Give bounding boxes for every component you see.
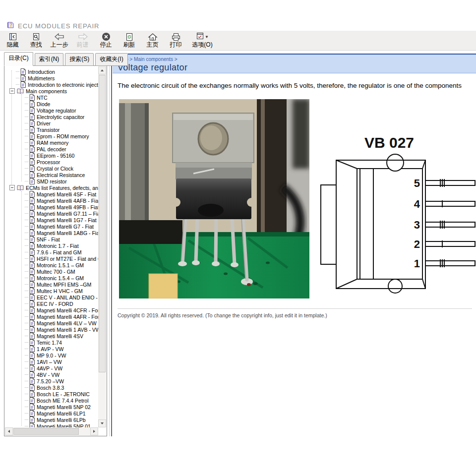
tree-page-item[interactable]: RAM memory xyxy=(5,139,98,146)
tree-item-label: HSFI or MT27E - Fiat and GM xyxy=(37,256,98,262)
tree-book-item[interactable]: Main components xyxy=(5,88,98,94)
tree-page-item[interactable]: Magneti Marelli 4AFB - Fiat xyxy=(5,197,98,204)
expander-minus-icon[interactable] xyxy=(9,185,15,190)
tree-page-item[interactable]: 5NF - Fiat xyxy=(5,236,98,242)
vb027-pinout-diagram: VB 027 5 4 3 2 1 xyxy=(320,124,476,302)
scroll-down-button[interactable] xyxy=(98,419,106,427)
tree-page-item[interactable]: Multec MPFI EMS –GM xyxy=(5,281,98,288)
tree-page-item[interactable]: Magneti Marelli G7.11 – Fiat xyxy=(5,210,98,217)
tree-page-item[interactable]: Introduction xyxy=(5,68,98,75)
scroll-up-button[interactable] xyxy=(98,66,106,74)
tree-page-item[interactable]: Magneti Marelli 4SF - Fiat xyxy=(5,191,98,197)
options-button[interactable]: ▼ 选项(O) xyxy=(187,31,217,50)
tree-page-item[interactable]: Magneti Marelli 49FB - Fiat xyxy=(5,204,98,210)
tree-page-item[interactable]: Multec H VHC - GM xyxy=(5,288,98,294)
tree-page-item[interactable]: Bosch 3.8.3 xyxy=(5,384,98,391)
voltage-regulator-photo xyxy=(119,99,309,298)
tree-connector xyxy=(25,245,28,246)
tree-page-item[interactable]: Diode xyxy=(5,101,98,107)
tree-page-item[interactable]: Magneti Marelli G7 - Fiat xyxy=(5,223,98,230)
tree-page-item[interactable]: Electrolytic capacitor xyxy=(5,114,98,120)
page-icon xyxy=(29,159,35,165)
tree-page-item[interactable]: Motronic 1.7 - Fiat xyxy=(5,242,98,249)
tab-favorites[interactable]: 收藏夹(I) xyxy=(95,53,127,66)
tree-page-item[interactable]: 1AVI – VW xyxy=(5,358,98,365)
tree-vertical-scrollbar[interactable] xyxy=(98,66,106,427)
tree-page-item[interactable]: Magneti Marelli 4AFR - Ford xyxy=(5,313,98,320)
tree-page-item[interactable]: Magneti Marelli 1 AVB - VW xyxy=(5,326,98,333)
tree-page-item[interactable]: Magneti Marelli 5NP 01 xyxy=(5,423,98,427)
back-button[interactable]: 上一步 xyxy=(48,31,71,50)
tree-page-item[interactable]: Eprom - ROM memory xyxy=(5,133,98,139)
tree-page-item[interactable]: Voltage regulator xyxy=(5,107,98,114)
refresh-button[interactable]: 刷新 xyxy=(118,31,141,50)
tree-item-label: PAL decoder xyxy=(37,146,66,152)
tree-page-item[interactable]: Magneti Marelli 4LV – VW xyxy=(5,320,98,326)
page-icon xyxy=(29,262,35,268)
page-icon xyxy=(29,242,35,249)
tab-search[interactable]: 搜索(S) xyxy=(65,53,94,66)
tree-connector xyxy=(25,316,28,317)
tree-page-item[interactable]: EEC IV - FORD xyxy=(5,300,98,307)
tree-page-item[interactable]: 4BV - VW xyxy=(5,371,98,378)
tree-connector xyxy=(25,407,28,407)
tree-page-item[interactable]: Magneti Marelli 5NP 02 xyxy=(5,404,98,410)
tree-page-item[interactable]: Electrical Resistance xyxy=(5,172,98,178)
tree-page-item[interactable]: PAL decoder xyxy=(5,146,98,152)
tree-book-item[interactable]: ECMs list Features, defects, and repair xyxy=(5,184,98,191)
tree-page-item[interactable]: EEC V - ANIL AND ENIO - FORD xyxy=(5,294,98,300)
tree-page-item[interactable]: Introduction to electronic injection xyxy=(5,81,98,88)
tree-page-item[interactable]: Magneti Marelli 1ABG - Fiat xyxy=(5,230,98,236)
tree-page-item[interactable]: Multec 700 - GM xyxy=(5,268,98,275)
find-button[interactable]: 查找 xyxy=(24,31,48,50)
tree-page-item[interactable]: Magneti Marelli 1G7 - Fiat xyxy=(5,217,98,223)
tree-item-label: Introduction xyxy=(28,69,55,75)
tree-page-item[interactable]: Magneti Marelli 4SV xyxy=(5,333,98,339)
tree-page-item[interactable]: Crystal or Clock xyxy=(5,165,98,172)
tree-page-item[interactable]: Magneti Marelli 4CFR - Ford xyxy=(5,307,98,313)
tree-page-item[interactable]: Bosch ME 7.4.4 Petrol xyxy=(5,397,98,404)
tree-connector xyxy=(25,426,28,426)
tree-connector xyxy=(25,342,28,343)
tab-contents[interactable]: 目录(C) xyxy=(4,52,33,66)
page-icon xyxy=(29,101,35,107)
tree-page-item[interactable]: Temic 1.74 xyxy=(5,339,98,346)
tree-page-item[interactable]: 1 AVP - VW xyxy=(5,346,98,352)
forward-button[interactable]: 前进 xyxy=(71,31,94,50)
tree-page-item[interactable]: Driver xyxy=(5,120,98,126)
expander-minus-icon[interactable] xyxy=(9,88,15,94)
tree-page-item[interactable]: HSFI or MT27E - Fiat and GM xyxy=(5,255,98,262)
tree-page-item[interactable]: Bosch LE - JETRONIC xyxy=(5,391,98,397)
tree-page-item[interactable]: Transistor xyxy=(5,126,98,133)
vertical-scroll-thumb[interactable] xyxy=(99,75,106,372)
tree-horizontal-scrollbar[interactable] xyxy=(5,427,98,435)
tree-page-item[interactable]: Processor xyxy=(5,159,98,165)
tree-page-item[interactable]: SMD resistor xyxy=(5,178,98,184)
scroll-right-button[interactable] xyxy=(90,427,98,435)
home-button[interactable]: 主页 xyxy=(141,31,164,50)
print-button[interactable]: 打印 xyxy=(164,31,187,50)
tree-page-item[interactable]: 7.5.20 –VW xyxy=(5,378,98,384)
hide-button[interactable]: 隐藏 xyxy=(1,31,24,50)
tab-index[interactable]: 索引(N) xyxy=(35,53,64,66)
tree-page-item[interactable]: Magneti Marelli 6LP1 xyxy=(5,410,98,416)
tree-page-item[interactable]: Motronic 1.5.4 – GM xyxy=(5,275,98,281)
tree-page-item[interactable]: NTC xyxy=(5,94,98,101)
tree-connector xyxy=(25,97,28,98)
page-title: Voltage regulator xyxy=(118,62,187,73)
tree-connector xyxy=(25,297,28,298)
stop-button[interactable]: 停止 xyxy=(94,31,118,50)
page-icon xyxy=(29,352,35,358)
scroll-left-button[interactable] xyxy=(5,427,13,435)
tree-page-item[interactable]: Magneti Marelli 6LPb xyxy=(5,416,98,423)
tree-page-item[interactable]: 7.9.6 - Fiat and GM xyxy=(5,249,98,255)
tree-page-item[interactable]: Motronic 1.5.1 – GM xyxy=(5,262,98,268)
tree-page-item[interactable]: 4AVP - VW xyxy=(5,365,98,371)
horizontal-scroll-thumb[interactable] xyxy=(13,428,79,435)
tree-item-label: Multec H VHC - GM xyxy=(37,288,83,294)
tree-page-item[interactable]: Multimeters xyxy=(5,75,98,81)
panel-splitter[interactable] xyxy=(109,54,110,436)
tree-page-item[interactable]: EEprom - 95160 xyxy=(5,152,98,159)
page-icon xyxy=(29,133,35,139)
tree-page-item[interactable]: MP 9.0 - VW xyxy=(5,352,98,358)
